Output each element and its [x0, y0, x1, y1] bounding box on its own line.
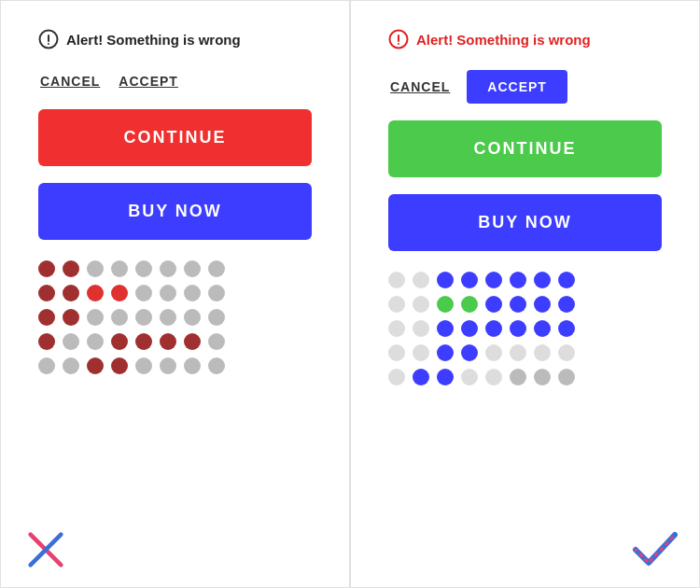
left-panel: Alert! Something is wrong CANCEL ACCEPT …	[0, 0, 350, 588]
dot-row	[38, 333, 312, 350]
dot-row	[38, 285, 312, 301]
dot	[534, 320, 551, 337]
dot	[437, 344, 454, 361]
right-dot-grid	[388, 272, 662, 385]
dot	[413, 272, 429, 288]
dot	[485, 296, 502, 313]
dot	[388, 344, 405, 361]
dot	[87, 333, 104, 350]
dot	[160, 333, 176, 350]
dot	[461, 296, 478, 313]
dot	[184, 357, 201, 374]
dot	[184, 333, 201, 350]
dot	[38, 309, 55, 326]
dot	[38, 285, 55, 301]
dot	[111, 285, 128, 301]
dot	[160, 357, 176, 374]
dot	[184, 260, 201, 277]
dot	[558, 369, 575, 385]
dot	[534, 272, 551, 288]
dot	[135, 260, 152, 277]
dot-row	[388, 320, 662, 337]
dot	[160, 285, 176, 301]
dot	[534, 344, 551, 361]
dot	[135, 333, 152, 350]
dot	[63, 260, 79, 277]
dot	[461, 369, 478, 385]
dot	[184, 285, 201, 301]
left-alert-text: Alert! Something is wrong	[66, 32, 241, 48]
right-alert-row: Alert! Something is wrong	[388, 29, 662, 49]
left-continue-button[interactable]: CONTINUE	[38, 109, 312, 166]
dot	[111, 260, 128, 277]
dot	[63, 357, 79, 374]
dot	[510, 320, 526, 337]
dot	[135, 309, 152, 326]
dot	[388, 320, 405, 337]
right-action-buttons: CANCEL ACCEPT	[388, 70, 662, 104]
right-panel: Alert! Something is wrong CANCEL ACCEPT …	[350, 0, 700, 588]
right-buy-now-button[interactable]: BUY NOW	[388, 194, 662, 251]
dot	[510, 344, 526, 361]
dot	[388, 296, 405, 313]
left-buy-now-button[interactable]: BUY NOW	[38, 183, 312, 240]
dot	[558, 296, 575, 313]
dot	[160, 309, 176, 326]
right-alert-text: Alert! Something is wrong	[416, 32, 591, 48]
dot	[437, 369, 454, 385]
dot-row	[388, 344, 662, 361]
dot	[184, 309, 201, 326]
dot	[111, 357, 128, 374]
right-accept-button[interactable]: ACCEPT	[467, 70, 567, 104]
dot	[510, 369, 526, 385]
right-continue-button[interactable]: CONTINUE	[388, 120, 662, 177]
dot	[135, 285, 152, 301]
left-accept-button[interactable]: ACCEPT	[117, 70, 180, 92]
dot	[461, 272, 478, 288]
svg-point-2	[48, 43, 49, 45]
dot	[558, 320, 575, 337]
cross-icon	[27, 531, 64, 568]
dot	[111, 309, 128, 326]
dot-row	[38, 260, 312, 277]
left-alert-row: Alert! Something is wrong	[38, 29, 312, 49]
dot	[208, 260, 225, 277]
right-cancel-button[interactable]: CANCEL	[388, 76, 452, 98]
dot-row	[388, 369, 662, 385]
check-icon	[632, 531, 679, 568]
dot	[160, 260, 176, 277]
dot	[534, 369, 551, 385]
dot	[63, 309, 79, 326]
dot	[485, 344, 502, 361]
dot	[461, 320, 478, 337]
left-cancel-button[interactable]: CANCEL	[38, 70, 102, 92]
dot	[413, 320, 429, 337]
dot-row	[38, 357, 312, 374]
dot-row	[388, 272, 662, 288]
left-action-buttons: CANCEL ACCEPT	[38, 70, 312, 92]
dot	[461, 344, 478, 361]
dot	[111, 333, 128, 350]
alert-icon-right	[388, 29, 409, 49]
dot	[38, 260, 55, 277]
dot	[485, 369, 502, 385]
dot	[38, 333, 55, 350]
dot	[87, 309, 104, 326]
dot	[63, 333, 79, 350]
alert-icon-left	[38, 29, 59, 49]
dot	[558, 344, 575, 361]
dot	[413, 296, 429, 313]
dot	[510, 272, 526, 288]
dot	[437, 272, 454, 288]
dot	[208, 357, 225, 374]
dot	[208, 285, 225, 301]
dot	[87, 285, 104, 301]
dot	[87, 260, 104, 277]
dot	[388, 272, 405, 288]
dot	[63, 285, 79, 301]
dot	[510, 296, 526, 313]
dot	[38, 357, 55, 374]
dot	[437, 320, 454, 337]
dot	[388, 369, 405, 385]
dot	[208, 333, 225, 350]
